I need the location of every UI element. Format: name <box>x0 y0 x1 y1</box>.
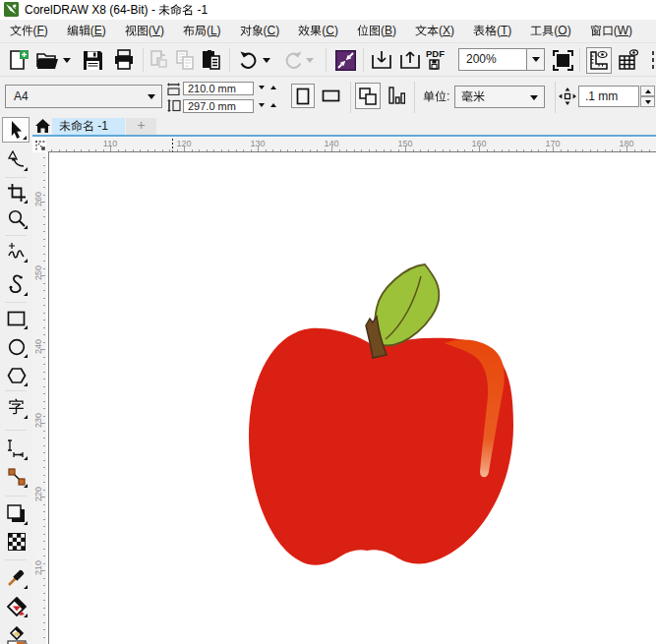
document-tab-bar: -1 + <box>32 118 656 137</box>
straight-line-connector-tool[interactable] <box>3 463 30 490</box>
menu-bitmaps[interactable]: (B) <box>347 20 405 42</box>
current-page-button[interactable] <box>385 83 408 109</box>
color-eyedropper-tool[interactable] <box>3 564 30 591</box>
cut-button[interactable] <box>147 46 172 74</box>
new-tab-button[interactable]: + <box>126 118 156 135</box>
all-pages-button[interactable] <box>355 83 381 109</box>
freehand-tool[interactable] <box>3 238 30 264</box>
flyout-arrow-icon <box>24 456 28 460</box>
bspline-tool[interactable] <box>3 271 30 298</box>
save-button[interactable] <box>80 46 105 74</box>
spin-up-icon[interactable] <box>270 86 276 89</box>
nudge-spin-down[interactable] <box>640 96 655 107</box>
propbar-separator <box>555 82 556 113</box>
toolbox <box>0 117 32 644</box>
menu-effects[interactable]: (C) <box>289 20 348 42</box>
ellipse-tool-icon <box>8 338 26 356</box>
shape-tool[interactable] <box>3 146 30 173</box>
menu-layout[interactable]: (L) <box>173 20 230 42</box>
interactive-fill-tool-icon <box>7 626 27 644</box>
zoom-tool-icon <box>8 209 26 227</box>
menu-bar: (F) (E) (V) (L) (C) (C) (B) (X) (T) (O) … <box>0 20 656 42</box>
flyout-arrow-icon <box>24 167 28 171</box>
print-button[interactable] <box>110 46 137 74</box>
units-combo[interactable] <box>454 86 545 108</box>
open-button[interactable] <box>34 46 60 74</box>
nudge-distance-field[interactable]: .1 mm <box>578 86 639 107</box>
save-floppy-icon <box>82 49 104 72</box>
toolbox-separator <box>5 559 27 560</box>
property-bar: A4 210.0 mm 297.0 mm <box>0 76 656 118</box>
rectangle-tool[interactable] <box>3 305 30 331</box>
parallel-dimension-tool[interactable] <box>3 436 30 462</box>
application-launcher-button[interactable] <box>333 46 357 74</box>
bspline-tool-icon <box>9 274 25 295</box>
polygon-tool[interactable] <box>3 362 30 388</box>
portrait-button[interactable] <box>291 84 315 108</box>
zoom-level-field[interactable]: 200% <box>458 48 527 71</box>
apple-artwork[interactable] <box>49 152 656 644</box>
interactive-fill-tool[interactable] <box>3 622 30 644</box>
nudge-spin-up[interactable] <box>640 86 655 96</box>
menu-file[interactable]: (F) <box>0 20 57 42</box>
flyout-arrow-icon <box>24 354 28 358</box>
page-width-spinner[interactable] <box>259 86 276 89</box>
text-tool[interactable] <box>3 394 30 421</box>
pick-tool[interactable] <box>2 117 30 143</box>
full-screen-preview-button[interactable] <box>550 46 575 74</box>
page-height-spinner[interactable] <box>259 103 276 107</box>
propbar-separator <box>350 82 351 113</box>
spin-up-icon[interactable] <box>270 103 276 107</box>
horizontal-ruler[interactable]: 110 120 130 140 150 160 170 180 <box>46 138 656 152</box>
drawing-canvas[interactable] <box>49 152 656 644</box>
spin-down-icon[interactable] <box>259 86 265 89</box>
show-grid-button[interactable] <box>616 46 641 74</box>
apple-leaf <box>375 264 439 345</box>
smart-fill-tool[interactable] <box>3 593 30 619</box>
page-width-field[interactable]: 210.0 mm <box>183 82 254 95</box>
propbar-separator <box>414 82 415 113</box>
copy-button[interactable] <box>172 46 198 74</box>
new-document-button[interactable] <box>6 46 31 74</box>
publish-to-pdf-button[interactable]: PDF <box>425 46 448 74</box>
undo-dropdown[interactable] <box>260 46 273 74</box>
menu-object[interactable]: (C) <box>230 20 289 42</box>
home-icon[interactable] <box>35 119 50 133</box>
menu-table[interactable]: (T) <box>463 20 520 42</box>
menu-window[interactable]: (W) <box>580 20 641 42</box>
redo-dropdown[interactable] <box>303 46 317 74</box>
spin-down-icon[interactable] <box>259 103 265 107</box>
transparency-tool[interactable] <box>3 528 30 555</box>
paste-icon <box>199 48 222 72</box>
menu-tools[interactable]: (O) <box>521 20 580 42</box>
page-size-combo[interactable]: A4 <box>5 85 162 108</box>
vertical-ruler[interactable]: 260 250 240 230 220 210 <box>32 152 46 644</box>
flyout-arrow-icon <box>24 325 28 329</box>
menu-text[interactable]: (X) <box>405 20 463 42</box>
caret-down-icon <box>306 58 314 63</box>
caret-down-icon <box>530 95 538 100</box>
toolbox-separator <box>5 390 27 391</box>
export-button[interactable] <box>398 46 422 74</box>
show-rulers-button[interactable] <box>586 47 612 74</box>
ruler-origin-icon[interactable] <box>32 138 46 152</box>
import-button[interactable] <box>370 46 393 74</box>
page-height-field[interactable]: 297.0 mm <box>183 99 254 113</box>
menu-edit[interactable]: (E) <box>57 20 115 42</box>
standard-toolbar: PDF 200% <box>0 42 656 76</box>
svg-text:PDF: PDF <box>426 48 445 59</box>
ellipse-tool[interactable] <box>3 333 30 360</box>
redo-button[interactable] <box>281 46 305 74</box>
zoom-tool[interactable] <box>3 205 30 231</box>
menu-view[interactable]: (V) <box>115 20 173 42</box>
open-dropdown[interactable] <box>61 46 73 74</box>
toolbar-separator <box>363 48 364 72</box>
undo-button[interactable] <box>236 46 260 74</box>
document-tab[interactable]: -1 <box>52 118 125 135</box>
paste-button[interactable] <box>198 46 223 74</box>
show-guidelines-button[interactable] <box>646 46 656 74</box>
drop-shadow-tool[interactable] <box>3 500 30 527</box>
landscape-button[interactable] <box>319 84 343 108</box>
crop-tool[interactable] <box>3 179 30 205</box>
zoom-level-dropdown[interactable] <box>526 48 545 71</box>
